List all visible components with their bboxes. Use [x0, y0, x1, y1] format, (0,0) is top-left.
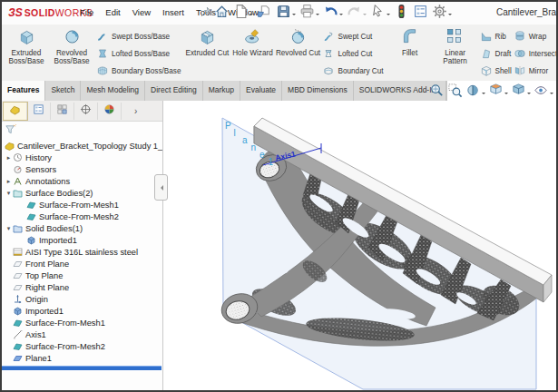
hide-show-items-dropdown-caret[interactable] — [550, 93, 553, 96]
tree-item-surface-from-mesh2[interactable]: Surface-From-Mesh2 — [2, 340, 162, 352]
expand-arrow-icon[interactable]: ▸ — [5, 154, 13, 162]
tree-item-history[interactable]: ▸History — [2, 152, 162, 163]
panel-expand-chevron[interactable]: › — [134, 106, 137, 116]
new-file-button[interactable] — [232, 3, 254, 24]
rebuild-traffic-light-button[interactable] — [393, 3, 410, 24]
undo-dropdown-caret[interactable] — [339, 14, 343, 17]
lofted-boss-button[interactable]: Lofted Boss/Base — [96, 45, 181, 63]
display-style-dropdown-caret[interactable] — [527, 93, 531, 96]
shell-button[interactable]: Shell — [480, 63, 512, 80]
tab-markup[interactable]: Markup — [203, 81, 240, 101]
tree-item-imported1[interactable]: Imported1 — [2, 305, 162, 317]
expand-arrow-icon[interactable]: ▾ — [5, 190, 13, 197]
file-properties-button[interactable] — [412, 3, 429, 24]
tree-item-origin[interactable]: Origin — [2, 293, 162, 305]
wrap-icon — [514, 30, 529, 44]
revolved-boss-button[interactable]: Revolved Boss/Base — [49, 25, 94, 66]
wrap-button[interactable]: Wrap — [514, 28, 557, 45]
extruded-cut-icon — [197, 27, 218, 49]
save-dropdown-caret[interactable] — [292, 14, 296, 17]
tree-item-aisi-type-316l-stainless-steel[interactable]: AISI Type 316L stainless steel — [2, 246, 162, 258]
home-button[interactable] — [213, 3, 230, 24]
tree-item-top-plane[interactable]: Top Plane — [2, 270, 162, 281]
boundary-boss-button[interactable]: Boundary Boss/Base — [96, 63, 181, 80]
zoom-to-area-button[interactable] — [447, 83, 463, 102]
swept-cut-button[interactable]: Swept Cut — [322, 28, 383, 45]
draft-button[interactable]: Draft — [480, 45, 512, 63]
tab-direct-editing[interactable]: Direct Editing — [145, 81, 203, 101]
lofted-cut-button[interactable]: Lofted Cut — [322, 45, 383, 63]
panel-tab-displaymanager[interactable] — [98, 103, 122, 120]
pin-menu-icon[interactable] — [200, 5, 212, 22]
options-gear-button[interactable] — [431, 3, 453, 24]
linear-pattern-button[interactable]: Linear Pattern — [433, 25, 478, 66]
open-file-button[interactable] — [256, 3, 273, 24]
print-button[interactable] — [299, 3, 320, 24]
panel-tab-featuremanager-design-tree[interactable] — [4, 103, 27, 120]
graphics-area[interactable]: Axis1 Plane1 — [163, 101, 556, 390]
tree-item-surface-from-mesh1[interactable]: Surface-From-Mesh1 — [2, 199, 162, 211]
section-view-button[interactable] — [465, 83, 485, 102]
file-properties-icon — [413, 4, 428, 23]
tree-item-cantilever-bracket-topology-st[interactable]: Cantilever_Bracket_Topology Study 1_smoo… — [2, 140, 162, 152]
tab-features[interactable]: Features — [2, 81, 45, 101]
select-cursor-dropdown-caret[interactable] — [387, 14, 390, 17]
tab-evaluate[interactable]: Evaluate — [240, 81, 282, 101]
new-file-dropdown-caret[interactable] — [250, 14, 253, 17]
print-dropdown-caret[interactable] — [316, 14, 319, 17]
menu-insert[interactable]: Insert — [162, 7, 184, 17]
tree-item-solid-bodies-1-[interactable]: ▾Solid Bodies(1) — [2, 222, 162, 234]
tree-item-surface-from-mesh1[interactable]: Surface-From-Mesh1 — [2, 317, 162, 328]
tree-item-plane1[interactable]: Plane1 — [2, 352, 162, 364]
panel-tab-dimxpertmanager[interactable] — [74, 103, 98, 120]
expand-arrow-icon[interactable]: ▾ — [5, 225, 13, 232]
shell-label: Shell — [495, 67, 512, 75]
filter-icon[interactable] — [5, 122, 16, 139]
rollback-bar[interactable] — [2, 366, 162, 370]
hide-show-items-button[interactable] — [534, 83, 553, 102]
extruded-boss-button[interactable]: Extruded Boss/Base — [4, 25, 49, 66]
folder-solid-icon — [13, 223, 23, 233]
mirror-button[interactable]: Mirror — [514, 63, 557, 80]
view-orientation-dropdown-caret[interactable] — [504, 93, 508, 96]
tab-mbd-dimensions[interactable]: MBD Dimensions — [282, 81, 354, 101]
zoom-to-fit-button[interactable] — [429, 83, 445, 102]
fillet-button[interactable]: Fillet — [387, 25, 433, 57]
menu-edit[interactable]: Edit — [105, 7, 120, 17]
intersect-button[interactable]: Intersect — [514, 45, 557, 63]
revolved-cut-button[interactable]: Revolved Cut — [275, 25, 320, 57]
panel-collapse-handle[interactable] — [154, 174, 168, 201]
view-orientation-button[interactable] — [488, 83, 508, 102]
redo-dropdown-caret[interactable] — [363, 14, 367, 17]
select-cursor-button[interactable] — [369, 3, 391, 24]
display-style-button[interactable] — [511, 83, 531, 102]
panel-tab-propertymanager[interactable] — [27, 103, 51, 120]
panel-tab-configurationmanager[interactable] — [51, 103, 74, 120]
mirror-icon — [514, 64, 529, 79]
ribbon-group-2: FilletLinear PatternRibDraftShellWrapInt… — [386, 24, 558, 81]
tree-item-right-plane[interactable]: Right Plane — [2, 281, 162, 293]
swept-boss-button[interactable]: Swept Boss/Base — [96, 28, 181, 45]
tree-label: Cantilever_Bracket_Topology Study 1_smoo… — [17, 142, 162, 151]
tree-item-axis1[interactable]: Axis1 — [2, 328, 162, 340]
tree-item-surface-bodies-2-[interactable]: ▾Surface Bodies(2) — [2, 187, 162, 199]
rib-button[interactable]: Rib — [480, 28, 512, 45]
boundary-cut-button[interactable]: Boundary Cut — [322, 63, 383, 80]
tab-mesh-modeling[interactable]: Mesh Modeling — [81, 81, 145, 101]
menu-view[interactable]: View — [132, 7, 151, 17]
undo-button[interactable] — [322, 3, 344, 24]
tab-sketch[interactable]: Sketch — [45, 81, 81, 101]
tree-item-surface-from-mesh2[interactable]: Surface-From-Mesh2 — [2, 211, 162, 222]
tree-item-annotations[interactable]: ▸Annotations — [2, 175, 162, 187]
tree-item-front-plane[interactable]: Front Plane — [2, 258, 162, 270]
tree-item-imported1[interactable]: Imported1 — [2, 234, 162, 246]
plane1-label-char: 1 — [269, 157, 274, 167]
expand-arrow-icon[interactable]: ▸ — [5, 178, 13, 185]
options-gear-dropdown-caret[interactable] — [448, 14, 452, 17]
menu-file[interactable]: File — [80, 7, 93, 17]
section-view-dropdown-caret[interactable] — [482, 93, 485, 96]
hole-wizard-button[interactable]: Hole Wizard — [230, 25, 275, 57]
save-button[interactable] — [275, 3, 297, 24]
tree-item-sensors[interactable]: Sensors — [2, 163, 162, 175]
extruded-cut-button[interactable]: Extruded Cut — [184, 25, 230, 57]
